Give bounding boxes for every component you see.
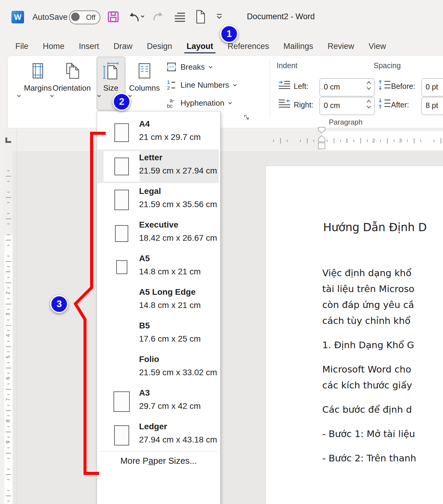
size-icon	[97, 59, 125, 83]
ribbon-tab[interactable]: Layout	[179, 38, 220, 54]
hyphenation-button[interactable]: a- bc Hyphenation	[166, 94, 232, 112]
spacing-before-label: Before:	[391, 82, 415, 91]
paper-size-name: A5	[139, 254, 150, 263]
hyphenation-label: Hyphenation	[181, 98, 224, 108]
paper-size-name: Ledger	[139, 422, 167, 431]
paper-size-icon	[114, 425, 129, 445]
paper-size-option[interactable]: B5 17.6 cm x 25 cm	[98, 318, 219, 351]
paper-size-icon	[114, 123, 129, 142]
paper-size-option[interactable]: A5 Long Edge 14.8 cm x 21 cm	[98, 284, 219, 318]
ruler-number: 7	[5, 395, 11, 404]
indent-right-icon	[278, 99, 291, 108]
breaks-label: Breaks	[181, 62, 205, 72]
paper-size-icon	[114, 190, 129, 210]
vertical-ruler[interactable]: 123456789	[4, 130, 13, 504]
paper-size-dimensions: 21 cm x 29.7 cm	[139, 132, 201, 142]
size-button[interactable]: Size	[97, 59, 125, 97]
spacing-after-icon	[378, 98, 391, 109]
paper-size-dimensions: 21.59 cm x 33.02 cm	[139, 368, 217, 377]
paper-size-option[interactable]: Executive 18.42 cm x 26.67 cm	[98, 217, 219, 250]
spacing-before-icon	[378, 80, 391, 90]
new-document-icon[interactable]	[195, 10, 206, 24]
paper-size-name: A3	[139, 388, 150, 398]
undo-button[interactable]	[128, 11, 144, 23]
paper-size-dimensions: 18.42 cm x 26.67 cm	[139, 233, 217, 243]
breaks-button[interactable]: Breaks	[166, 58, 213, 76]
paragraph: - Bước 2: Trên thanh	[322, 450, 443, 466]
paper-size-dimensions: 14.8 cm x 21 cm	[139, 300, 201, 310]
line-numbers-button[interactable]: 1 2 Line Numbers	[166, 76, 237, 94]
svg-text:2: 2	[167, 85, 170, 91]
callout-2-badge: 2	[113, 93, 131, 111]
orientation-label: Orientation	[50, 83, 93, 93]
paper-size-name: Folio	[139, 355, 159, 364]
paper-size-option[interactable]: Letter 21.59 cm x 27.94 cm	[98, 149, 219, 183]
save-icon[interactable]	[107, 11, 119, 23]
paper-size-option[interactable]: A3 29.7 cm x 42 cm	[98, 385, 219, 418]
paper-size-option[interactable]: Legal 21.59 cm x 35.56 cm	[98, 183, 219, 217]
ruler-number: 2	[5, 288, 11, 297]
paper-size-name: Legal	[139, 186, 161, 196]
indent-left-input[interactable]: 0 cm	[320, 78, 375, 96]
size-dropdown-menu: A4 21 cm x 29.7 cm Letter 21.59 cm x 27.…	[97, 111, 220, 504]
ruler-number: 4	[5, 331, 11, 340]
paper-size-option[interactable]: A5 14.8 cm x 21 cm	[98, 250, 219, 284]
ribbon-tab[interactable]: Review	[320, 38, 362, 54]
group-separator	[270, 59, 270, 118]
ribbon-tab[interactable]: Design	[140, 38, 179, 54]
spacing-after-input[interactable]: 8 pt	[421, 97, 443, 115]
more-paper-sizes-button[interactable]: More Paper Sizes...	[97, 456, 220, 466]
document-page[interactable]: Hướng Dẫn Định D Việc định dạng khổtài l…	[265, 166, 443, 504]
paper-size-name: A5 Long Edge	[139, 287, 196, 297]
spinner-arrows-icon[interactable]	[366, 100, 371, 109]
ribbon-lines-icon[interactable]	[175, 12, 185, 22]
spinner-arrows-icon[interactable]	[366, 81, 371, 90]
paper-size-option[interactable]: A4 21 cm x 29.7 cm	[98, 116, 219, 149]
indent-markers-icon[interactable]	[317, 127, 326, 151]
svg-text:bc: bc	[167, 103, 173, 109]
orientation-icon	[50, 59, 93, 83]
word-logo-icon[interactable]: W	[11, 11, 24, 23]
paper-size-name: A4	[139, 119, 150, 129]
document-heading: Hướng Dẫn Định D	[323, 221, 443, 234]
ribbon-tab[interactable]: File	[8, 38, 36, 54]
indent-left-icon	[278, 80, 291, 89]
orientation-button[interactable]: Orientation	[50, 59, 93, 97]
indent-left-value: 0 cm	[324, 83, 340, 91]
document-body: Hướng Dẫn Định D Việc định dạng khổtài l…	[322, 221, 443, 475]
chevron-down-icon	[128, 95, 161, 97]
ruler-number: 8	[5, 416, 11, 425]
svg-text:1: 1	[167, 80, 170, 85]
page-setup-dialog-launcher-icon[interactable]	[244, 114, 250, 120]
svg-text:a-: a-	[170, 98, 174, 104]
indent-right-input[interactable]: 0 cm	[320, 97, 375, 115]
paper-size-option[interactable]: Folio 21.59 cm x 33.02 cm	[98, 351, 219, 385]
autosave-label: AutoSave	[32, 13, 68, 22]
columns-button[interactable]: Columns	[128, 59, 161, 97]
ribbon-tab[interactable]: Draw	[106, 38, 140, 54]
redo-button[interactable]	[152, 11, 164, 23]
tab-selector-icon[interactable]	[5, 135, 11, 143]
autosave-toggle[interactable]: Off	[69, 11, 100, 24]
paper-size-dimensions: 21.59 cm x 35.56 cm	[139, 200, 217, 209]
indent-right-value: 0 cm	[324, 101, 340, 110]
indent-right-label: Right:	[294, 101, 313, 109]
ribbon-tab[interactable]: Home	[36, 38, 72, 54]
spacing-before-input[interactable]: 0 pt	[421, 78, 443, 96]
ribbon-tab[interactable]: View	[361, 38, 393, 54]
ribbon-tab[interactable]: Insert	[72, 38, 107, 54]
paper-size-name: B5	[139, 321, 150, 330]
paper-size-name: Letter	[139, 153, 162, 162]
horizontal-ruler[interactable]: 123	[13, 130, 443, 152]
callout-3-badge: 3	[50, 295, 68, 313]
paper-size-dimensions: 14.8 cm x 21 cm	[139, 267, 201, 276]
breaks-icon	[166, 62, 177, 72]
paper-size-option[interactable]: Ledger 27.94 cm x 43.18 cm	[98, 418, 219, 452]
paper-size-dimensions: 21.59 cm x 27.94 cm	[139, 166, 217, 176]
spacing-after-label: After:	[391, 101, 409, 109]
ribbon-tab[interactable]: Mailings	[276, 38, 320, 54]
chevron-down-icon	[233, 84, 237, 86]
callout-1-badge: 1	[220, 25, 238, 43]
paper-size-dimensions: 29.7 cm x 42 cm	[139, 401, 201, 411]
hyphenation-icon: a- bc	[166, 97, 177, 109]
